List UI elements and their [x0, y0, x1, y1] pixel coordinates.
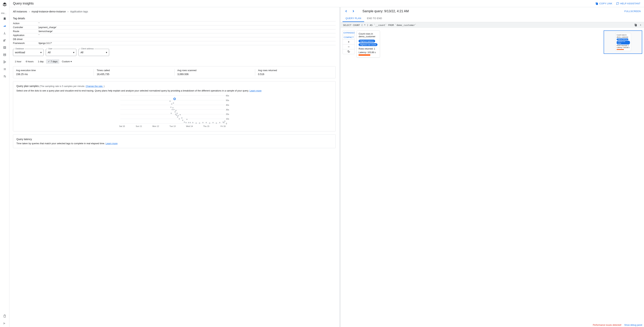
side-nav: PRIM… [0, 0, 9, 327]
product-logo [2, 2, 7, 6]
nav-item-grid[interactable] [2, 44, 8, 51]
expand-icon [639, 24, 642, 26]
svg-point-46 [181, 118, 182, 119]
svg-text:0: 0 [226, 122, 227, 124]
breadcrumb: All instances › mysql-instance-demo-inst… [13, 10, 336, 13]
time-range-selector: 1 hour 6 hours 1 day ✓7 days Custom ▾ [13, 59, 336, 64]
svg-point-35 [173, 109, 174, 110]
nav-item-settings[interactable] [2, 73, 8, 80]
svg-point-53 [192, 122, 194, 123]
svg-point-39 [175, 110, 176, 111]
svg-text:Sat 10: Sat 10 [119, 125, 125, 127]
next-sample-button[interactable] [350, 8, 357, 15]
svg-point-65 [174, 98, 176, 100]
dropdown-icon: ▾ [70, 60, 72, 63]
svg-text:20s: 20s [226, 113, 229, 115]
dropdown-icon: ▾ [106, 51, 107, 54]
top-bar: Query insights COPY LINK HELP ASSISTANT [9, 0, 644, 7]
stats-card: Avg execution time158.25 ms Times called… [13, 66, 336, 78]
nav-item-insights[interactable] [2, 23, 8, 29]
svg-point-43 [178, 115, 179, 116]
learn-more-link[interactable]: Learn more [106, 142, 118, 145]
right-pane: Sample query: 9/13/22, 4:21 AM FULLSCREE… [341, 7, 644, 327]
latency-bar [358, 54, 370, 56]
nav-item-clipboard[interactable] [2, 313, 8, 320]
svg-point-49 [186, 122, 187, 123]
zoom-out-button[interactable]: − [343, 44, 354, 49]
time-range-7days[interactable]: ✓7 days [46, 59, 59, 64]
nav-item-hierarchy[interactable] [2, 59, 8, 65]
svg-point-64 [224, 121, 226, 122]
database-select[interactable]: Database workload▾ [13, 49, 44, 56]
svg-point-48 [184, 122, 185, 123]
copy-icon [634, 24, 637, 26]
fullscreen-button[interactable]: FULLSCREEN [624, 10, 642, 12]
nav-item-bookmark[interactable] [2, 16, 8, 22]
time-range-custom[interactable]: Custom ▾ [60, 59, 74, 64]
breadcrumb-all-instances[interactable]: All instances [13, 10, 27, 13]
plan-minimap[interactable]: Count rows in demo_customer Highest late… [604, 30, 642, 54]
svg-point-54 [196, 122, 197, 124]
pane-divider[interactable] [339, 7, 341, 327]
svg-point-60 [216, 122, 217, 124]
breadcrumb-instance[interactable]: mysql-instance-demo-instance [32, 10, 66, 13]
nav-item-list[interactable] [2, 66, 8, 72]
expand-query-button[interactable] [639, 24, 642, 26]
svg-rect-0 [4, 46, 6, 48]
client-address-select[interactable]: Client address All▾ [78, 49, 109, 56]
svg-point-50 [186, 119, 188, 120]
highest-row-count-badge: Highest row count [358, 43, 377, 46]
copy-link-button[interactable]: COPY LINK [596, 2, 612, 5]
tab-query-plan[interactable]: QUERY PLAN [342, 15, 364, 22]
view-expanded-button[interactable]: EXPANDED [343, 30, 354, 35]
left-pane: All instances › mysql-instance-demo-inst… [9, 7, 339, 327]
svg-text:Sun 11: Sun 11 [136, 125, 142, 127]
change-rate-link[interactable]: Change the rate. [86, 85, 103, 88]
help-assistant-button[interactable]: HELP ASSISTANT [616, 2, 640, 5]
nav-item-import[interactable] [2, 30, 8, 36]
page-title: Query insights [13, 2, 34, 6]
copy-query-button[interactable] [634, 24, 637, 26]
zoom-in-button[interactable]: + [343, 40, 354, 44]
minimap-node: Count rows in demo_customer Highest late… [616, 33, 631, 51]
svg-text:30s: 30s [226, 108, 229, 111]
svg-point-32 [172, 109, 173, 110]
time-range-6hours[interactable]: 6 hours [24, 59, 35, 64]
svg-point-33 [172, 107, 174, 108]
svg-text:40s: 40s [226, 104, 229, 106]
time-range-1day[interactable]: 1 day [36, 59, 46, 64]
reset-view-button[interactable]: ↻ [343, 49, 354, 54]
query-latency-card: Query latency Time taken by queries that… [13, 134, 336, 148]
svg-rect-1 [4, 47, 5, 48]
plan-toolbar: EXPANDED COMPACT + − ↻ [342, 30, 355, 54]
svg-rect-3 [4, 55, 6, 56]
time-range-1hour[interactable]: 1 hour [13, 59, 23, 64]
breadcrumb-current: Application tags [70, 10, 88, 13]
svg-text:Mon 12: Mon 12 [152, 125, 159, 127]
learn-more-link[interactable]: Learn more [250, 89, 262, 92]
plan-canvas[interactable]: EXPANDED COMPACT + − ↻ Count rows in dem… [341, 28, 644, 327]
svg-rect-2 [4, 54, 6, 54]
show-debug-panel-button[interactable]: Show debug panel [624, 324, 642, 326]
svg-point-28 [170, 101, 171, 102]
scatter-chart[interactable]: 010s20s30s40s50s60sSat 10Sun 11Mon 12Tue… [16, 94, 332, 128]
view-compact-button[interactable]: COMPACT [343, 35, 354, 40]
tag-details-title: Tag details [13, 17, 336, 20]
svg-point-30 [170, 113, 172, 114]
svg-text:50s: 50s [226, 99, 229, 102]
svg-text:Fri 16: Fri 16 [220, 125, 226, 127]
plan-node[interactable]: Count rows in demo_customer Highest late… [356, 30, 380, 58]
svg-text:Wed 14: Wed 14 [186, 125, 193, 127]
highest-latency-badge: Highest latency [358, 40, 375, 42]
svg-text:Tue 13: Tue 13 [170, 125, 176, 127]
dropdown-icon: ▾ [40, 51, 42, 54]
prev-sample-button[interactable] [342, 8, 350, 15]
nav-item-users[interactable] [2, 37, 8, 44]
nav-item-collapse[interactable] [2, 320, 8, 327]
tab-end-to-end[interactable]: END TO END [364, 15, 385, 22]
user-select[interactable]: User All▾ [46, 49, 76, 56]
nav-item-storage[interactable] [2, 52, 8, 58]
svg-point-57 [206, 122, 207, 123]
query-text-bar: SELECT COUNT ( * ) AS `__count` FROM `de… [341, 22, 644, 28]
svg-point-51 [188, 122, 189, 123]
